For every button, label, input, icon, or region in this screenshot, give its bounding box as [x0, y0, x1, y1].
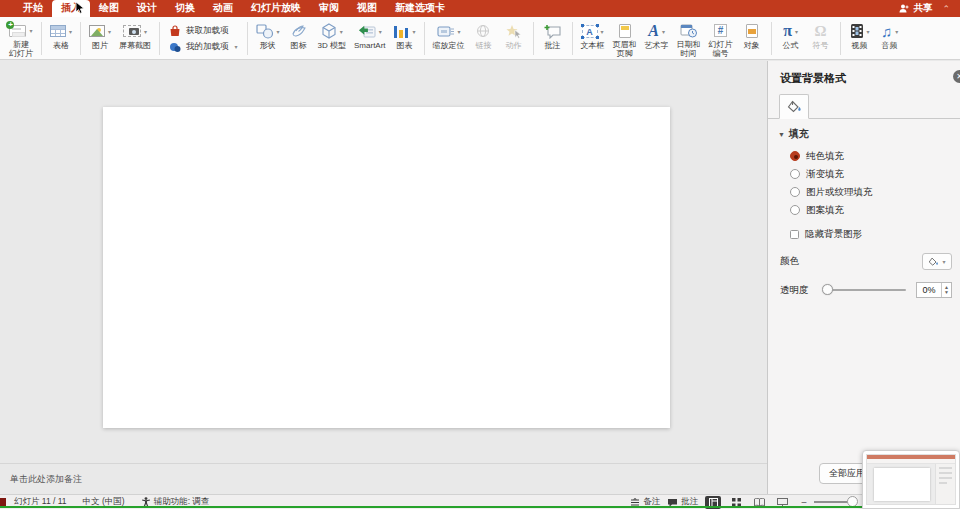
my-addins-button[interactable]: 我的加载项 ▾: [169, 41, 238, 53]
solid-fill-label: 纯色填充: [806, 150, 844, 163]
picture-dropdown-icon[interactable]: ▾: [108, 28, 111, 35]
tab-animations[interactable]: 动画: [204, 0, 242, 17]
hide-bg-graphics-option[interactable]: 隐藏背景图形: [768, 225, 960, 243]
screenshot-label: 屏幕截图: [119, 42, 151, 51]
zoom-nav-button[interactable]: ▾ 缩放定位: [429, 19, 469, 58]
new-slide-icon: +: [9, 25, 26, 37]
tab-home[interactable]: 开始: [14, 0, 52, 17]
slide-canvas[interactable]: [103, 107, 670, 428]
datetime-button[interactable]: 日期和 时间: [673, 19, 705, 58]
transparency-stepper[interactable]: ▲▼: [941, 283, 951, 297]
shapes-dropdown-icon[interactable]: ▾: [277, 28, 280, 35]
equation-dropdown-icon[interactable]: ▾: [795, 28, 798, 35]
solid-fill-radio[interactable]: [790, 151, 800, 161]
pane-close-icon[interactable]: ✕: [953, 70, 960, 83]
pane-tab-strip: [768, 94, 960, 119]
table-button[interactable]: ▾ 表格: [46, 19, 76, 58]
tab-review[interactable]: 审阅: [310, 0, 348, 17]
picture-label: 图片: [92, 42, 108, 51]
chart-dropdown-icon[interactable]: ▾: [413, 28, 416, 35]
collapse-ribbon-icon[interactable]: ⌃: [942, 4, 950, 14]
step-down-icon[interactable]: ▼: [944, 290, 949, 295]
screenshot-dropdown-icon[interactable]: ▾: [144, 28, 147, 35]
fill-tab[interactable]: [779, 94, 809, 119]
wordart-button[interactable]: A▾ 艺术字: [641, 19, 673, 58]
smartart-dropdown-icon[interactable]: ▾: [379, 28, 382, 35]
transparency-slider-handle[interactable]: [822, 284, 833, 295]
transparency-spinbox[interactable]: 0% ▲▼: [916, 282, 952, 298]
notes-pane-divider[interactable]: [0, 463, 767, 464]
equation-button[interactable]: π▾ 公式: [776, 19, 806, 58]
pattern-fill-option[interactable]: 图案填充: [768, 201, 960, 219]
tab-view[interactable]: 视图: [348, 0, 386, 17]
shapes-button[interactable]: ▾ 形状: [252, 19, 284, 58]
my-addins-label: 我的加载项: [186, 41, 229, 53]
picture-button[interactable]: ▾ 图片: [85, 19, 115, 58]
zoom-slider[interactable]: [814, 501, 856, 503]
collapse-section-icon: ▼: [778, 131, 785, 138]
gradient-fill-option[interactable]: 渐变填充: [768, 165, 960, 183]
symbol-label: 符号: [813, 42, 829, 51]
screenshot-icon: [123, 25, 141, 37]
textbox-dropdown-icon[interactable]: ▾: [601, 28, 604, 35]
comment-label: 批注: [545, 42, 561, 51]
video-label: 视频: [852, 42, 868, 51]
ribbon-tab-bar: 开始 插入 绘图 设计 切换 动画 幻灯片放映 审阅 视图 新建选项卡 共享 ⌃: [0, 0, 960, 17]
3d-models-button[interactable]: ▾ 3D 模型: [314, 19, 350, 58]
my-addins-icon: [169, 41, 181, 53]
3d-models-dropdown-icon[interactable]: ▾: [340, 28, 343, 35]
get-addins-button[interactable]: 获取加载项: [169, 25, 238, 37]
zoom-nav-dropdown-icon[interactable]: ▾: [458, 28, 461, 35]
fill-section-label: 填充: [789, 127, 809, 141]
equation-pi-icon: π: [783, 22, 792, 40]
hide-bg-graphics-checkbox[interactable]: [790, 230, 799, 239]
ribbon-insert: +▾ 新建 幻灯片 ▾ 表格 ▾ 图片 ▾ 屏幕截图 获取加载项 我的加载项 ▾: [0, 17, 960, 60]
new-slide-dropdown-icon[interactable]: ▾: [29, 27, 32, 34]
table-label: 表格: [53, 42, 69, 51]
tab-new-custom[interactable]: 新建选项卡: [386, 0, 454, 17]
solid-fill-option[interactable]: 纯色填充: [768, 147, 960, 165]
share-button[interactable]: 共享: [899, 2, 932, 15]
color-picker-button[interactable]: ▾: [922, 253, 952, 270]
tab-design[interactable]: 设计: [128, 0, 166, 17]
notes-placeholder[interactable]: 单击此处添加备注: [10, 473, 82, 486]
video-button[interactable]: ▾ 视频: [845, 19, 875, 58]
tab-draw[interactable]: 绘图: [90, 0, 128, 17]
pattern-fill-label: 图案填充: [806, 204, 844, 217]
action-star-icon: [506, 24, 522, 39]
new-slide-label2: 幻灯片: [9, 50, 33, 59]
pattern-fill-radio[interactable]: [790, 205, 800, 215]
video-dropdown-icon[interactable]: ▾: [867, 28, 870, 35]
chart-button[interactable]: ▾ 图表: [390, 19, 420, 58]
header-footer-button[interactable]: 页眉和 页脚: [609, 19, 641, 58]
transparency-slider[interactable]: [823, 289, 907, 291]
comment-button[interactable]: 批注: [538, 19, 568, 58]
action-button: 动作: [499, 19, 529, 58]
picture-fill-radio[interactable]: [790, 187, 800, 197]
hide-bg-graphics-label: 隐藏背景图形: [805, 228, 862, 241]
object-button[interactable]: 对象: [737, 19, 767, 58]
picture-fill-option[interactable]: 图片或纹理填充: [768, 183, 960, 201]
tab-slideshow[interactable]: 幻灯片放映: [242, 0, 310, 17]
table-dropdown-icon[interactable]: ▾: [69, 28, 72, 35]
smartart-button[interactable]: ▾ SmartArt: [350, 19, 390, 58]
3d-model-cube-icon: [321, 23, 337, 39]
my-addins-dropdown-icon[interactable]: ▾: [235, 43, 238, 50]
screen-preview-thumbnail[interactable]: [862, 450, 960, 509]
new-slide-button[interactable]: +▾ 新建 幻灯片: [5, 19, 37, 58]
tab-transitions[interactable]: 切换: [166, 0, 204, 17]
icons-button[interactable]: 图标: [284, 19, 314, 58]
audio-dropdown-icon[interactable]: ▾: [895, 28, 898, 35]
textbox-button[interactable]: A▾ 文本框: [577, 19, 609, 58]
wordart-dropdown-icon[interactable]: ▾: [662, 28, 665, 35]
color-dropdown-icon: ▾: [942, 258, 945, 265]
fill-section-header[interactable]: ▼ 填充: [768, 119, 960, 147]
screenshot-button[interactable]: ▾ 屏幕截图: [115, 19, 155, 58]
transparency-label: 透明度: [780, 284, 809, 297]
equation-label: 公式: [783, 42, 799, 51]
audio-button[interactable]: ♫▾ 音频: [875, 19, 905, 58]
audio-note-icon: ♫: [881, 23, 892, 40]
slide-number-button[interactable]: # 幻灯片 编号: [705, 19, 737, 58]
table-icon: [50, 25, 66, 37]
gradient-fill-radio[interactable]: [790, 169, 800, 179]
